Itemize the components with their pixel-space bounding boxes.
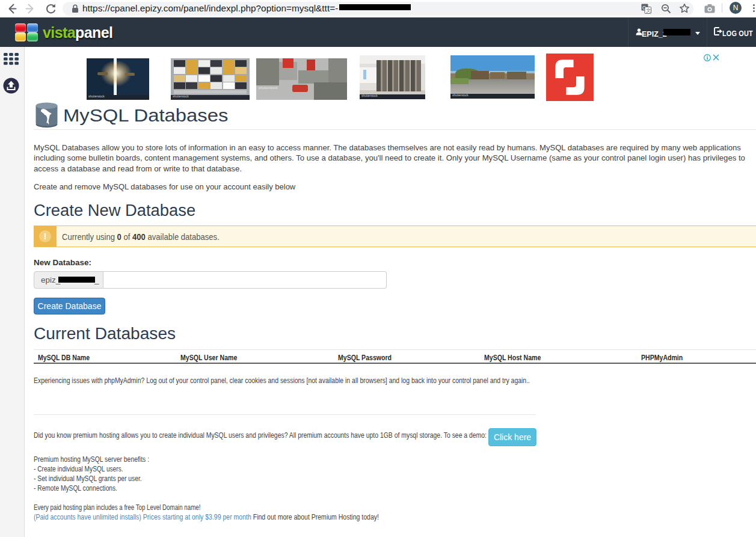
svg-text:文: 文	[646, 8, 651, 13]
